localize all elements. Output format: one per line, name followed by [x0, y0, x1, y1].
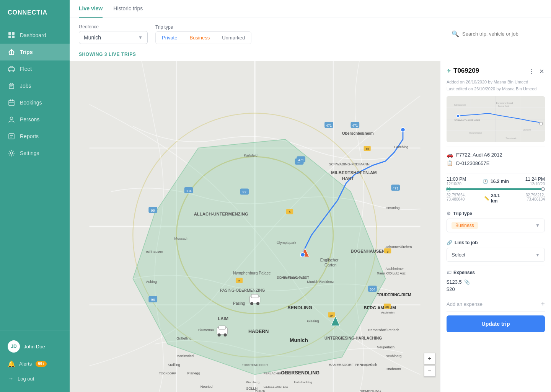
svg-point-13	[10, 117, 13, 120]
sidebar-item-label: Persons	[20, 116, 39, 122]
svg-text:Planegg: Planegg	[187, 371, 200, 375]
close-panel-button[interactable]: ✕	[538, 67, 545, 76]
svg-text:TRUDERING-RIEM: TRUDERING-RIEM	[377, 293, 411, 297]
svg-point-30	[401, 127, 405, 132]
trip-type-buttons: Private Business Unmarked	[155, 31, 251, 44]
chevron-down-icon: ▼	[535, 252, 540, 258]
trip-stats: 11:00 PM 12/10/20 🕐 16.2 min 11:24 PM 12…	[440, 173, 551, 207]
vehicle-plate: F7722; Audi A6 2012	[456, 152, 502, 158]
user-profile[interactable]: JD John Doe	[0, 336, 70, 356]
sidebar: CONNECTIA Dashboard	[0, 0, 70, 392]
sidebar-item-reports[interactable]: Reports	[0, 128, 70, 145]
geofence-select[interactable]: Munich ▼	[79, 31, 148, 44]
svg-text:Martinsried: Martinsried	[176, 354, 194, 358]
tab-historic-trips[interactable]: Historic trips	[113, 0, 143, 18]
duration-stat: 🕐 16.2 min	[483, 179, 509, 184]
sidebar-item-bookings[interactable]: Bookings	[0, 94, 70, 111]
trip-navigation-icon: ✈	[447, 68, 451, 74]
sidebar-item-persons[interactable]: Persons	[0, 111, 70, 128]
trip-type-private[interactable]: Private	[156, 32, 183, 44]
link-job-dropdown[interactable]: Select ▼	[447, 248, 545, 262]
svg-text:RIEMERLING: RIEMERLING	[359, 389, 381, 392]
svg-text:Ottobrunn: Ottobrunn	[385, 367, 401, 371]
logout-item[interactable]: → Log out	[0, 371, 70, 386]
svg-text:Moosach: Moosach	[174, 237, 188, 240]
trip-type-value: Business	[452, 222, 478, 229]
sidebar-bottom: JD John Doe 🔔 Alerts 99+ → Log out	[0, 330, 70, 392]
sidebar-item-trips[interactable]: Trips	[0, 44, 70, 60]
svg-text:Oberschleißheim: Oberschleißheim	[342, 131, 374, 136]
end-coords: 32.798212, 73.486134	[507, 193, 545, 204]
vehicle-info: 🚗 F7722; Audi A6 2012 📋 D-012308657E	[440, 147, 551, 173]
svg-text:SCHWABING-WEST: SCHWABING-WEST	[277, 276, 309, 279]
svg-text:ALLACH-UNTERMENZING: ALLACH-UNTERMENZING	[194, 212, 248, 216]
sidebar-item-settings[interactable]: Settings	[0, 145, 70, 162]
trip-type-unmarked[interactable]: Unmarked	[216, 32, 251, 44]
bookings-icon	[8, 99, 15, 106]
trip-type-filter: Trip type Private Business Unmarked	[155, 24, 251, 44]
alerts-item[interactable]: 🔔 Alerts 99+	[0, 356, 70, 371]
bell-icon: 🔔	[8, 360, 15, 368]
svg-text:96: 96	[151, 298, 155, 302]
svg-text:SCHWABING-FREIMANN: SCHWABING-FREIMANN	[329, 162, 369, 166]
sidebar-item-fleet[interactable]: Fleet	[0, 60, 70, 77]
svg-rect-14	[9, 134, 14, 139]
svg-text:PERLACHER FORST: PERLACHER FORST	[264, 372, 293, 375]
svg-point-142	[456, 114, 460, 118]
tab-live-view[interactable]: Live view	[79, 0, 103, 18]
svg-text:9: 9	[387, 250, 389, 253]
end-time: 11:24 PM 12/10/20	[525, 176, 545, 186]
svg-text:2: 2	[238, 279, 240, 283]
distance-stat: 📏 24.1 km	[484, 193, 507, 204]
zoom-out-button[interactable]: −	[424, 365, 435, 377]
svg-text:Eurostars Grand: Eurostars Grand	[496, 102, 513, 104]
trip-type-business[interactable]: Business	[183, 32, 216, 44]
sidebar-item-dashboard[interactable]: Dashboard	[0, 27, 70, 44]
link-icon: 🔗	[447, 240, 452, 245]
plus-icon: +	[541, 300, 545, 308]
svg-rect-3	[12, 36, 15, 38]
search-icon: 🔍	[452, 30, 459, 38]
geofence-value: Munich	[84, 34, 101, 41]
svg-text:SCHWANTHALERHOHE: SCHWANTHALERHOHE	[454, 119, 480, 121]
divider-6	[447, 311, 545, 312]
svg-point-37	[218, 333, 221, 336]
svg-text:BOGENHAUSEN: BOGENHAUSEN	[350, 249, 385, 253]
zoom-in-button[interactable]: +	[424, 353, 435, 364]
svg-text:Riem: Riem	[377, 271, 385, 275]
svg-text:XXXLutz Asc: XXXLutz Asc	[385, 271, 406, 275]
svg-text:Olympiapark: Olympiapark	[277, 241, 296, 245]
sidebar-nav: Dashboard Trips F	[0, 27, 70, 330]
svg-text:Neuperlach: Neuperlach	[359, 363, 377, 367]
svg-text:Giesing: Giesing	[307, 319, 319, 323]
filters-bar: Geofence Munich ▼ Trip type Private Busi…	[70, 18, 551, 50]
settings-icon	[8, 149, 15, 157]
update-trip-button[interactable]: Update trip	[447, 315, 545, 332]
svg-text:2R: 2R	[385, 305, 389, 309]
map-container[interactable]: Oberschleißheim Garching Ismaning MILBER…	[70, 61, 440, 392]
svg-text:Munich: Munich	[290, 337, 308, 343]
time-row: 11:00 PM 12/10/20 🕐 16.2 min 11:24 PM 12…	[447, 176, 545, 186]
svg-text:PASING-OBERMENZING: PASING-OBERMENZING	[220, 288, 265, 292]
more-options-button[interactable]: ⋮	[528, 67, 535, 76]
sidebar-item-label: Trips	[20, 49, 33, 55]
link-job-section-label: 🔗 Link to job	[440, 236, 551, 248]
sidebar-item-jobs[interactable]: Jobs	[0, 77, 70, 94]
logout-icon: →	[8, 375, 14, 382]
vehicle-id: D-012308657E	[456, 160, 489, 166]
trip-type-dropdown[interactable]: Business ▼	[447, 219, 545, 232]
svg-text:LAIM: LAIM	[218, 316, 228, 321]
fleet-icon	[8, 65, 15, 73]
svg-text:Bavaria Statue: Bavaria Statue	[469, 132, 482, 134]
svg-text:UNTERGIESING-HARLACHING: UNTERGIESING-HARLACHING	[324, 336, 382, 340]
top-tabs: Live view Historic trips	[70, 0, 551, 18]
svg-text:ochhausen: ochhausen	[146, 250, 163, 253]
svg-text:304: 304	[370, 287, 375, 291]
add-expense-button[interactable]: Add an expense +	[440, 297, 551, 311]
search-input[interactable]	[462, 31, 539, 37]
jobs-icon	[8, 82, 15, 90]
svg-point-38	[224, 333, 227, 336]
showing-label: SHOWING 3 LIVE TRIPS	[70, 50, 551, 61]
svg-point-34	[256, 302, 259, 305]
sidebar-item-label: Bookings	[20, 100, 42, 106]
